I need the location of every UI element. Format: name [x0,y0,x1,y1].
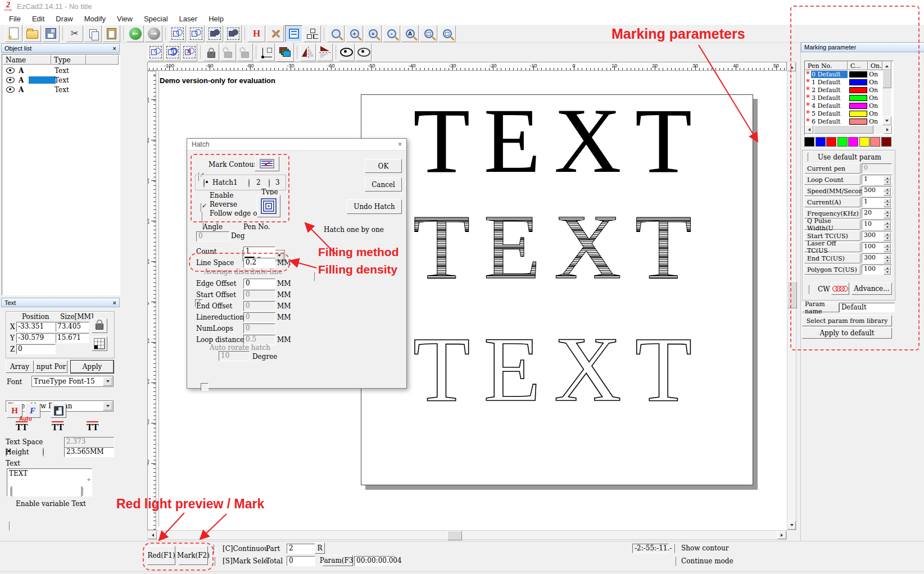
undo-button[interactable]: ← [126,25,144,42]
field-input[interactable]: 500 [862,186,892,196]
paste-button[interactable] [103,25,120,42]
hatch1-radio[interactable] [203,179,205,188]
menu-view[interactable]: View [111,15,138,23]
hatch-type-button[interactable] [257,195,280,217]
apply-button[interactable]: Apply [71,361,114,373]
field-input[interactable]: 300 [862,253,892,263]
field-input[interactable]: 20 [862,208,892,218]
chevron-down-icon[interactable] [103,402,112,411]
palette-swatch[interactable] [848,137,858,147]
palette-swatch[interactable] [804,137,814,147]
continue-mode-checkbox[interactable] [676,557,677,566]
color-col-header[interactable]: C... [848,61,868,70]
spinner[interactable] [884,209,891,217]
undo-hatch-button[interactable]: Undo Hatch [347,199,402,214]
reverse-checkbox[interactable] [202,212,203,221]
copy-button[interactable] [84,25,102,42]
wobble-button[interactable] [831,283,849,295]
pen-vscroll-thumb[interactable] [882,70,891,88]
palette-swatch[interactable] [870,137,880,147]
select-mode-4-button[interactable] [224,25,242,42]
hatch2-radio[interactable] [248,179,250,188]
visible-eye-icon[interactable] [6,67,15,74]
column-header-type[interactable]: Type [51,55,86,65]
hatch-field-input[interactable]: 0 [243,324,275,334]
field-input[interactable]: 0 [862,163,892,174]
hatch-field-input[interactable]: 1 [243,247,275,257]
canvas-vscrollbar[interactable] [787,62,796,530]
visible-eye-icon[interactable] [6,77,15,83]
mark-button[interactable]: Mark(F2) [179,546,208,565]
preview-all-button[interactable] [356,43,372,61]
spinner[interactable] [884,266,891,274]
hatch-field-input[interactable]: 0 [243,312,275,322]
enable-variable-checkbox[interactable] [9,522,10,531]
input-port-button[interactable]: nput Por [35,361,67,373]
column-header-name[interactable]: Name [3,55,51,65]
pen-color-button[interactable] [276,43,294,62]
rotate-button[interactable] [165,43,180,61]
spinner[interactable] [884,187,891,195]
pen-col-header[interactable]: Pen No. [805,61,848,70]
pen-row[interactable]: *5 DefaultOn [805,110,882,117]
spinner[interactable] [884,232,891,240]
field-input[interactable]: 10 [862,220,892,230]
pen-row[interactable]: *3 DefaultOn [805,94,882,102]
menu-modify[interactable]: Modify [79,15,111,23]
scroll-left-icon[interactable] [8,488,13,495]
palette-swatch[interactable] [859,137,869,147]
pen-row[interactable]: *2 DefaultOn [805,86,882,94]
field-input[interactable]: 1 [862,197,892,207]
use-default-checkbox[interactable] [808,153,809,162]
hatch-one-by-one-checkbox[interactable] [314,272,315,281]
param-list-button[interactable] [285,25,302,42]
canvas-hscrollbar[interactable] [147,530,787,540]
field-input[interactable]: 300 [862,231,892,241]
pen-row[interactable]: *1 DefaultOn [805,78,882,86]
menu-laser[interactable]: Laser [174,15,203,23]
pen-hscroll-thumb[interactable] [814,125,873,134]
param-name-value[interactable]: Default [839,303,895,312]
anchor-grid-button[interactable] [92,336,107,351]
close-icon[interactable]: × [113,45,116,52]
hatch-checkbox[interactable] [201,383,209,391]
mirror-horizontal-button[interactable] [300,43,316,61]
canvas-text-solid[interactable]: TEXT [413,94,703,187]
menu-edit[interactable]: Edit [26,15,50,23]
ok-button[interactable]: OK [365,159,402,173]
scroll-right-icon[interactable] [777,531,786,539]
pen-vscroll-track[interactable] [882,70,891,116]
scroll-down-icon[interactable] [787,521,796,530]
zoom-in-button[interactable]: + [364,25,382,42]
field-input[interactable]: 100 [862,265,892,275]
mirror-vertical-button[interactable] [317,43,333,61]
scroll-right-icon[interactable] [80,488,85,495]
close-icon[interactable]: × [398,140,402,148]
unlock-button[interactable] [220,43,236,61]
x-position-input[interactable]: -33.351 [16,322,56,332]
param-f3-button[interactable]: Param(F3) [323,555,353,566]
show-contour-checkbox[interactable] [674,544,676,553]
part-input[interactable]: 2 [287,544,315,554]
red-preview-button[interactable]: Red(F1) [147,546,175,565]
total-input[interactable]: 0 [287,556,315,566]
y-size-input[interactable]: 15.671 [56,333,89,343]
hatch-button[interactable]: H [248,25,265,42]
scroll-left-icon[interactable] [148,531,157,539]
scroll-left-icon[interactable] [805,125,813,134]
font-type-combo[interactable]: TrueType Font-15 [31,376,114,387]
object-row[interactable]: AText [3,66,119,75]
array-button[interactable]: Array [6,361,34,373]
chevron-down-icon[interactable] [103,377,112,386]
zoom-page-button[interactable]: □ [438,25,456,42]
palette-swatch[interactable] [881,137,891,147]
hatch3-radio[interactable] [269,179,270,188]
hscroll-thumb[interactable] [447,531,462,540]
y-position-input[interactable]: -30.579 [16,333,56,343]
object-row[interactable]: AText [3,85,119,94]
select-mode-1-button[interactable] [169,25,186,42]
menu-draw[interactable]: Draw [50,15,78,23]
scroll-down-icon[interactable] [87,481,90,489]
menu-file[interactable]: File [3,15,26,23]
continuous-checkbox[interactable] [214,545,215,554]
